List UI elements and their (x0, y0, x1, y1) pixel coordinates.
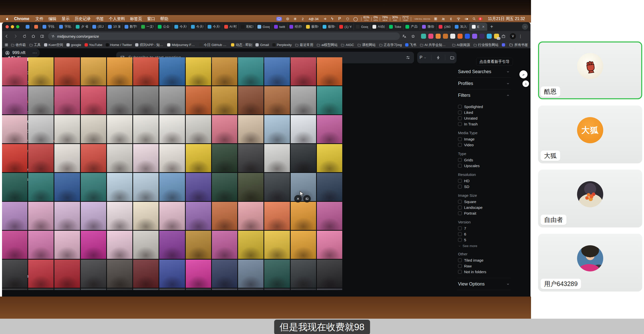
generated-image-tile[interactable] (291, 57, 316, 85)
generated-image-tile[interactable] (133, 173, 159, 201)
generated-image-tile[interactable] (28, 144, 54, 172)
menu-item[interactable]: 文件 (33, 16, 46, 22)
browser-tab[interactable]: 极致C (304, 23, 321, 30)
generated-image-tile[interactable] (54, 144, 80, 172)
generated-image-tile[interactable] (212, 289, 237, 290)
generated-image-tile[interactable] (317, 289, 342, 290)
filter-checkbox-square[interactable]: Square (458, 199, 510, 204)
generated-image-tile[interactable] (317, 231, 342, 259)
account-menu-icon[interactable]: ⋯ (32, 50, 37, 56)
site-info-icon[interactable] (51, 34, 55, 38)
filter-checkbox-hd[interactable]: HD (458, 178, 510, 183)
generated-image-tile[interactable] (212, 86, 237, 114)
generated-image-tile[interactable] (81, 115, 106, 143)
generated-image-tile[interactable] (291, 115, 316, 143)
wifi-icon[interactable] (457, 17, 461, 21)
participant-card[interactable]: 自由者 (538, 170, 642, 227)
bookmark-item[interactable]: 今日 GitHub 上的热.. (199, 43, 228, 47)
generated-image-tile[interactable] (54, 57, 80, 85)
grid-status-icon[interactable] (434, 17, 437, 21)
generated-image-tile[interactable] (264, 86, 290, 114)
generated-image-tile[interactable] (186, 231, 211, 259)
generated-image-tile[interactable] (238, 231, 263, 259)
new-tab-button[interactable]: + (487, 24, 496, 30)
generated-image-tile[interactable] (2, 173, 27, 201)
generated-image-tile[interactable] (81, 173, 106, 201)
browser-tab[interactable]: Goog (354, 23, 370, 30)
bookmark-item[interactable]: 最近常用 (295, 43, 313, 47)
bookmark-item[interactable]: ai模型网站 (317, 43, 338, 47)
browser-tab[interactable]: 公众号 (156, 23, 172, 30)
forward-button[interactable] (13, 34, 18, 38)
back-button[interactable] (4, 34, 9, 38)
generated-image-tile[interactable] (238, 144, 263, 172)
generated-image-tile[interactable] (212, 260, 237, 288)
generated-image-tile[interactable] (264, 289, 290, 290)
generated-image-tile[interactable] (212, 202, 237, 230)
ext-gem[interactable] (487, 34, 492, 39)
participant-card[interactable]: 大狐 大狐 (538, 106, 642, 163)
generated-image-tile[interactable] (212, 231, 237, 259)
menubar-datetime[interactable]: 11月21日 周五 21:32 (485, 16, 527, 22)
generated-image-tile[interactable] (107, 202, 132, 230)
translate-extension-button[interactable] (519, 70, 527, 78)
generated-image-tile[interactable] (28, 260, 54, 288)
browser-menu-button[interactable]: ⋮ (518, 34, 522, 39)
generated-image-tile[interactable] (107, 86, 132, 114)
filter-checkbox-raw[interactable]: Raw (458, 263, 510, 269)
browser-tab[interactable]: 字段J (57, 23, 74, 30)
filter-checkbox-5[interactable]: 5 (458, 237, 510, 243)
browser-tab[interactable]: 加入f (453, 23, 469, 30)
generated-image-tile[interactable] (291, 144, 316, 172)
ext-brown[interactable] (443, 34, 448, 39)
generated-image-tile[interactable] (107, 231, 132, 259)
generated-image-tile[interactable] (291, 173, 316, 201)
apps-grid-icon[interactable] (5, 43, 8, 47)
generated-image-tile[interactable] (2, 57, 27, 85)
bookmark-item[interactable]: YouTube (85, 43, 102, 47)
generated-image-tile[interactable] (317, 115, 342, 143)
generated-image-tile[interactable] (317, 86, 342, 114)
generated-image-tile[interactable] (159, 231, 185, 259)
status-badge[interactable]: 4@·34 (306, 17, 321, 21)
browser-tab[interactable]: Toke (387, 23, 403, 30)
generated-image-tile[interactable] (212, 173, 237, 201)
bookmark-item[interactable]: Gmail (255, 43, 269, 47)
browser-tab[interactable]: 字段J (41, 23, 57, 30)
browser-tab[interactable]: 今天9 (206, 23, 222, 30)
generated-image-tile[interactable] (81, 202, 106, 230)
pinned-tab[interactable] (32, 23, 41, 30)
ext-bolt[interactable]: 13 (494, 34, 499, 39)
bookmark-item[interactable]: 收件箱 (11, 43, 26, 47)
browser-tab[interactable]: 彩虹f (239, 23, 255, 30)
generated-image-tile[interactable] (186, 173, 211, 201)
generated-image-tile[interactable] (28, 115, 54, 143)
spotlight-icon[interactable] (472, 17, 476, 21)
browser-tab[interactable]: 极致C (321, 23, 337, 30)
generated-image-tile[interactable] (186, 260, 211, 288)
status-badge[interactable]: 2 (299, 17, 306, 21)
filter-section-profiles[interactable]: Profiles (457, 78, 511, 89)
generated-image-tile[interactable] (264, 202, 290, 230)
ext-purple[interactable] (472, 34, 477, 39)
browser-tab[interactable]: 今天9 (189, 23, 206, 30)
menu-item[interactable]: 历史记录 (72, 16, 93, 22)
ext-white[interactable] (450, 34, 455, 39)
bookmark-item[interactable]: Perplexity (272, 43, 292, 47)
generated-image-tile[interactable] (2, 115, 27, 143)
generated-image-tile[interactable] (54, 115, 80, 143)
ext-darkpurple[interactable] (479, 34, 484, 39)
browser-tab[interactable]: AI自媒 (370, 23, 387, 30)
bookmark-item[interactable]: Kuen空间 (44, 43, 63, 47)
filter-section-saved-searches[interactable]: Saved Searches (457, 66, 511, 78)
generated-image-tile[interactable] (291, 202, 316, 230)
filter-section-filters[interactable]: Filters (457, 89, 511, 101)
generated-image-tile[interactable] (186, 115, 211, 143)
generated-image-tile[interactable] (54, 202, 80, 230)
translate-icon[interactable] (402, 34, 406, 38)
generated-image-tile[interactable] (317, 260, 342, 288)
generated-image-tile[interactable] (212, 144, 237, 172)
generated-image-tile[interactable] (81, 260, 106, 288)
power-bolt-icon[interactable]: ϟ (331, 17, 333, 21)
shield-icon[interactable] (346, 17, 349, 21)
